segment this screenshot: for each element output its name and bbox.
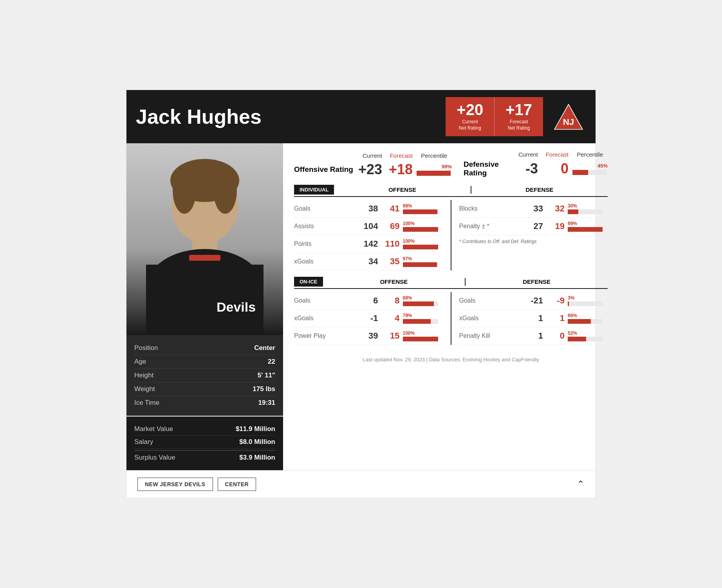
ind-off-points-pct-bar — [403, 245, 438, 249]
oi-off-pp-row: Power Play 39 15 100% — [294, 327, 443, 345]
position-value: Center — [254, 344, 275, 352]
footer-tag-position[interactable]: CENTER — [218, 478, 256, 491]
ind-off-goals-pct-bar — [403, 209, 438, 214]
offensive-pct-fill — [417, 171, 451, 176]
individual-section-header: INDIVIDUAL OFFENSE DEFENSE — [294, 185, 608, 197]
ind-off-assists-pct: 100% — [400, 221, 443, 232]
footnote-text: * Contributes to Off. and Def. Ratings — [459, 239, 537, 244]
oi-off-pp-pct: 100% — [400, 330, 443, 341]
oi-def-pk-name: Penalty Kill — [459, 332, 522, 339]
oi-def-pk-current: 1 — [522, 331, 543, 341]
salary-row: Salary $8.0 Million — [134, 436, 275, 449]
individual-offense-label: OFFENSE — [334, 186, 470, 193]
ind-off-goals-pct: 98% — [400, 203, 443, 214]
oi-def-goals-forecast: -9 — [543, 296, 565, 306]
onice-offense-label: OFFENSE — [323, 278, 465, 285]
oi-off-pp-pct-fill — [403, 337, 438, 341]
off-current-header: Current — [355, 152, 382, 159]
offensive-percentile-block: 99% — [417, 164, 452, 176]
ind-def-blocks-pct-text: 30% — [568, 203, 577, 209]
oi-def-xgoals-pct: 66% — [565, 313, 608, 324]
ind-def-blocks-pct: 30% — [565, 203, 608, 214]
oi-off-goals-current: 6 — [357, 296, 378, 306]
svg-point-5 — [173, 167, 196, 214]
oi-def-xgoals-pct-text: 66% — [568, 313, 577, 318]
ind-def-penalty-pct: 99% — [565, 221, 608, 232]
chevron-up-icon[interactable]: ⌃ — [577, 479, 585, 490]
onice-tag: ON-ICE — [294, 277, 323, 287]
right-panel: Current Forecast Percentile Offensive Ra… — [283, 143, 619, 470]
off-forecast-header: Forecast — [385, 152, 413, 159]
ind-off-xgoals-name: xGoals — [294, 258, 357, 265]
oi-off-goals-pct-text: 88% — [403, 295, 412, 301]
oi-off-pp-name: Power Play — [294, 332, 357, 339]
oi-def-pk-pct-text: 52% — [568, 330, 577, 336]
oi-off-goals-pct-bar — [403, 301, 438, 306]
height-label: Height — [134, 372, 153, 379]
oi-def-xgoals-forecast: 1 — [543, 313, 565, 323]
main-content: Devils Position Center Age 22 Height 5' … — [126, 143, 596, 470]
svg-point-6 — [213, 167, 237, 214]
surplus-label: Surplus Value — [134, 454, 175, 462]
player-info: Position Center Age 22 Height 5' 11" Wei… — [126, 335, 283, 416]
ind-def-penalty-pct-text: 99% — [568, 221, 577, 226]
financial-info: Market Value $11.9 Million Salary $8.0 M… — [126, 417, 283, 470]
oi-def-pk-forecast: 0 — [543, 331, 565, 341]
footer-tag-team[interactable]: NEW JERSEY DEVILS — [137, 478, 213, 491]
oi-off-pp-pct-bar — [403, 337, 438, 341]
icetime-row: Ice Time 19:31 — [134, 396, 275, 409]
oi-def-pk-pct: 52% — [565, 330, 608, 341]
ind-off-points-forecast: 110 — [378, 239, 400, 249]
oi-off-pp-pct-text: 100% — [403, 330, 415, 336]
onice-offense-col: Goals 6 8 88% xGoals -1 4 79% — [294, 292, 443, 345]
oi-off-xgoals-pct-fill — [403, 319, 431, 324]
oi-def-pk-pct-fill — [568, 337, 586, 341]
ind-off-goals-forecast: 41 — [378, 204, 400, 214]
oi-def-xgoals-current: 1 — [522, 313, 543, 323]
ind-off-points-pct-fill — [403, 245, 438, 249]
ind-def-blocks-pct-bar — [568, 209, 603, 214]
ind-def-blocks-name: Blocks — [459, 205, 522, 212]
svg-text:Devils: Devils — [217, 299, 256, 314]
oi-off-xgoals-pct: 79% — [400, 313, 443, 324]
ratings-display: +20 CurrentNet Rating +17 ForecastNet Ra… — [446, 97, 543, 136]
player-photo: Devils — [126, 143, 283, 335]
offensive-rating-section: Current Forecast Percentile Offensive Ra… — [294, 152, 452, 178]
oi-def-goals-pct-fill — [568, 301, 569, 306]
salary-value: $8.0 Million — [239, 438, 275, 446]
current-rating-label: CurrentNet Rating — [457, 119, 483, 131]
defensive-pct-bar — [572, 170, 607, 175]
oi-off-goals-pct: 88% — [400, 295, 443, 306]
individual-defense-label: DEFENSE — [471, 186, 608, 193]
last-updated: Last updated Nov. 29, 2023 | Data Source… — [294, 353, 608, 363]
onice-defense-col: Goals -21 -9 3% xGoals 1 1 66% — [451, 292, 608, 345]
oi-off-xgoals-pct-bar — [403, 319, 438, 324]
oi-def-xgoals-row: xGoals 1 1 66% — [459, 310, 608, 327]
def-current-header: Current — [511, 151, 538, 158]
ind-off-xgoals-pct-text: 97% — [403, 256, 412, 262]
market-value: $11.9 Million — [236, 425, 275, 433]
ind-def-penalty-forecast: 19 — [543, 221, 565, 231]
ind-off-xgoals-current: 34 — [357, 256, 378, 267]
svg-text:NJ: NJ — [563, 117, 574, 126]
oi-off-pp-forecast: 15 — [378, 331, 400, 341]
ind-def-blocks-pct-fill — [568, 209, 578, 214]
ind-off-goals-name: Goals — [294, 205, 357, 212]
oi-off-pp-current: 39 — [357, 331, 378, 341]
left-panel: Devils Position Center Age 22 Height 5' … — [126, 143, 283, 470]
onice-section-header: ON-ICE OFFENSE DEFENSE — [294, 277, 608, 289]
offensive-forecast: +18 — [385, 161, 413, 178]
ind-off-xgoals-forecast: 35 — [378, 256, 400, 267]
ind-off-assists-pct-text: 100% — [403, 221, 415, 226]
icetime-label: Ice Time — [134, 399, 159, 407]
top-ratings-row: Current Forecast Percentile Offensive Ra… — [294, 151, 608, 178]
icetime-value: 19:31 — [258, 399, 275, 407]
oi-def-pk-pct-bar — [568, 337, 603, 341]
ind-off-points-row: Points 142 110 100% — [294, 235, 443, 253]
defensive-forecast: 0 — [541, 161, 569, 177]
ind-def-penalty-pct-bar — [568, 227, 603, 232]
surplus-value: $3.9 Million — [239, 454, 275, 462]
individual-offense-col: Goals 38 41 98% Assists 104 69 100% — [294, 200, 443, 271]
ind-off-goals-row: Goals 38 41 98% — [294, 200, 443, 218]
weight-value: 175 lbs — [253, 385, 275, 393]
